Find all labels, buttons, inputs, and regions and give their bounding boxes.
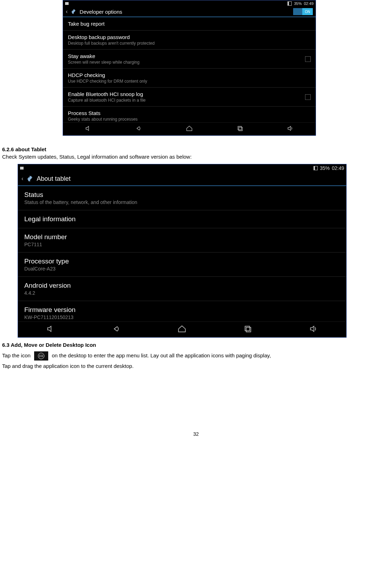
- about-list: Status Status of the battery, network, a…: [18, 186, 346, 321]
- section-626-heading: 6.2.6 about Tablet: [2, 146, 390, 153]
- svg-rect-2: [239, 127, 242, 131]
- developer-options-toggle[interactable]: ON: [293, 8, 313, 15]
- gear-icon: [70, 8, 77, 15]
- item-title: Enable Bluetooth HCI snoop log: [68, 91, 305, 97]
- app-drawer-icon: [34, 351, 48, 361]
- item-subtitle: Screen will never sleep while charging: [68, 60, 305, 65]
- screen-title-bar: ‹ About tablet: [18, 172, 346, 186]
- item-subtitle: PC7111: [24, 242, 340, 247]
- item-subtitle: DualCore-A23: [24, 266, 340, 272]
- item-android-version[interactable]: Android version 4.4.2: [18, 277, 346, 301]
- svg-rect-1: [238, 126, 241, 130]
- status-bar: 35% 02:49: [63, 0, 316, 7]
- item-title: Desktop backup password: [68, 34, 311, 40]
- section-63-text-after-icon: on the desktop to enter the app menu lis…: [52, 352, 271, 358]
- item-title: Stay awake: [68, 53, 305, 59]
- battery-icon: [314, 166, 318, 170]
- back-icon[interactable]: [112, 324, 121, 335]
- item-stay-awake[interactable]: Stay awake Screen will never sleep while…: [63, 50, 316, 69]
- item-title: Model number: [24, 233, 340, 241]
- stay-awake-checkbox[interactable]: [305, 56, 311, 62]
- item-subtitle: Desktop full backups aren't currently pr…: [68, 41, 311, 46]
- bluetooth-snoop-checkbox[interactable]: [305, 94, 311, 100]
- navigation-bar: [18, 321, 346, 337]
- item-title: Legal information: [24, 215, 340, 223]
- volume-down-icon[interactable]: [46, 324, 55, 335]
- volume-up-icon[interactable]: [309, 324, 318, 335]
- item-title: Take bug report: [68, 21, 311, 27]
- item-model-number[interactable]: Model number PC7111: [18, 228, 346, 253]
- screen-title: About tablet: [37, 175, 70, 183]
- section-63-line1: Tap the icon on the desktop to enter the…: [2, 350, 390, 361]
- recent-apps-icon[interactable]: [243, 324, 252, 335]
- home-icon[interactable]: [186, 125, 193, 133]
- back-icon[interactable]: [135, 125, 142, 133]
- battery-percent: 35%: [320, 165, 330, 171]
- screenshot-developer-options: 35% 02:49 ‹ Developer options ON Take bu…: [63, 0, 316, 136]
- sd-card-icon: [65, 2, 69, 5]
- section-63-heading: 6.3 Add, Move or Delete Desktop Icon: [2, 340, 390, 350]
- svg-rect-4: [245, 326, 249, 331]
- item-subtitle: Capture all bluetooth HCI packets in a f…: [68, 98, 305, 103]
- section-63: 6.3 Add, Move or Delete Desktop Icon Tap…: [2, 340, 390, 371]
- item-title: Process Stats: [68, 110, 311, 116]
- item-subtitle: Geeky stats about running processes: [68, 117, 311, 122]
- page-number: 32: [0, 431, 392, 437]
- item-title: Firmware version: [24, 306, 340, 314]
- recent-apps-icon[interactable]: [236, 125, 244, 133]
- svg-rect-5: [246, 327, 251, 332]
- home-icon[interactable]: [177, 324, 186, 335]
- section-63-line2: Tap and drag the application icon to the…: [2, 361, 390, 371]
- item-subtitle: KW-PC711120150213: [24, 314, 340, 320]
- battery-icon: [287, 1, 292, 6]
- status-time: 02:49: [332, 165, 344, 171]
- item-title: Status: [24, 191, 340, 199]
- screenshot-about-tablet: 35% 02:49 ‹ About tablet Status Status o…: [18, 164, 347, 338]
- item-hdcp-checking[interactable]: HDCP checking Use HDCP checking for DRM …: [63, 69, 316, 88]
- section-626: 6.2.6 about Tablet Check System updates,…: [2, 146, 390, 160]
- item-title: HDCP checking: [68, 72, 311, 78]
- toggle-on-label: ON: [302, 8, 313, 15]
- status-time: 02:49: [304, 1, 314, 6]
- item-subtitle: Use HDCP checking for DRM content only: [68, 79, 311, 84]
- section-626-body: Check System updates, Status, Legal info…: [2, 153, 390, 160]
- volume-down-icon[interactable]: [85, 125, 92, 133]
- screen-title-bar: ‹ Developer options ON: [63, 7, 316, 17]
- item-desktop-backup-password[interactable]: Desktop backup password Desktop full bac…: [63, 31, 316, 50]
- item-take-bug-report[interactable]: Take bug report: [63, 17, 316, 31]
- item-bluetooth-hci-snoop[interactable]: Enable Bluetooth HCI snoop log Capture a…: [63, 88, 316, 107]
- gear-icon: [26, 175, 34, 183]
- status-bar: 35% 02:49: [18, 164, 346, 172]
- back-chevron-icon[interactable]: ‹: [66, 8, 68, 15]
- item-legal-information[interactable]: Legal information: [18, 210, 346, 228]
- item-subtitle: Status of the battery, network, and othe…: [24, 199, 340, 205]
- item-process-stats[interactable]: Process Stats Geeky stats about running …: [63, 107, 316, 122]
- screen-title: Developer options: [80, 9, 122, 15]
- item-title: Android version: [24, 282, 340, 289]
- settings-list: Take bug report Desktop backup password …: [63, 17, 316, 122]
- item-firmware-version[interactable]: Firmware version KW-PC711120150213: [18, 301, 346, 321]
- item-processor-type[interactable]: Processor type DualCore-A23: [18, 253, 346, 277]
- sd-card-icon: [20, 167, 24, 170]
- battery-percent: 35%: [294, 1, 302, 6]
- item-title: Processor type: [24, 257, 340, 265]
- item-subtitle: 4.4.2: [24, 290, 340, 296]
- section-63-text-before-icon: Tap the icon: [2, 352, 31, 358]
- item-status[interactable]: Status Status of the battery, network, a…: [18, 186, 346, 210]
- volume-up-icon[interactable]: [287, 125, 294, 133]
- navigation-bar: [63, 122, 316, 135]
- back-chevron-icon[interactable]: ‹: [21, 176, 23, 182]
